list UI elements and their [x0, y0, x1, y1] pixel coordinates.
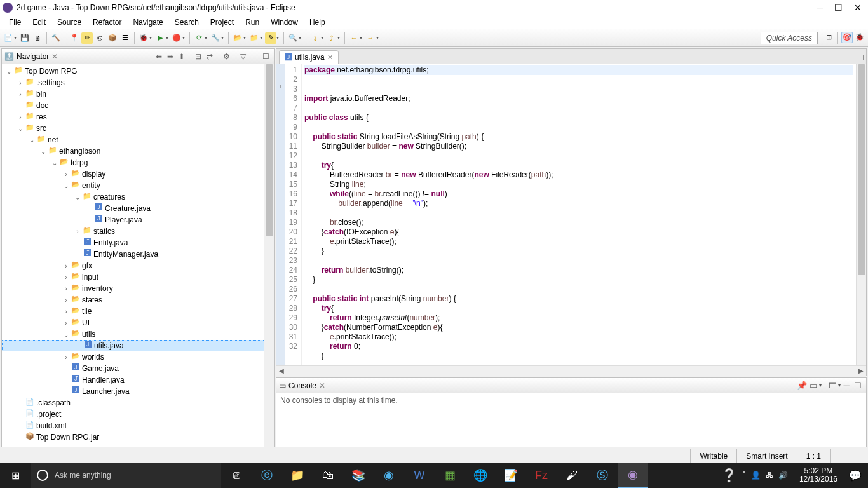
tree-item[interactable]: ›📂worlds: [2, 351, 274, 363]
menu-window[interactable]: Window: [266, 17, 303, 28]
collapse-all-button[interactable]: ⊟: [193, 51, 204, 62]
tree-item[interactable]: 🅹utils.java: [2, 340, 274, 351]
tray-help-icon[interactable]: ❔: [721, 468, 737, 483]
new-button[interactable]: 📄: [3, 32, 14, 44]
tree-item[interactable]: 📁doc: [2, 100, 274, 111]
taskbar-app-edge[interactable]: ⓔ: [252, 463, 282, 488]
tree-item[interactable]: ⌄📂tdrpg: [2, 157, 274, 168]
maximize-button[interactable]: ☐: [834, 3, 843, 13]
tree-item[interactable]: ⌄📁creatures: [2, 191, 274, 203]
new-class-button[interactable]: ✎: [265, 32, 276, 44]
taskbar-app-drive[interactable]: ◉: [374, 463, 404, 488]
editor-vscrollbar[interactable]: [856, 64, 866, 365]
outline-button[interactable]: ☰: [119, 32, 131, 44]
search-button[interactable]: 🔍: [287, 32, 299, 44]
edit-button[interactable]: ✏: [81, 32, 93, 44]
tree-item[interactable]: ⌄📁net: [2, 134, 274, 146]
debug-perspective-button[interactable]: 🐞: [854, 32, 865, 43]
build-button[interactable]: 🔨: [50, 32, 62, 44]
tree-item[interactable]: 🅹Launcher.java: [2, 386, 274, 397]
forward-button[interactable]: →: [365, 32, 376, 44]
next-annotation-button[interactable]: ⤵: [309, 32, 321, 44]
taskbar-app-notepadpp[interactable]: 📝: [496, 463, 526, 488]
tree-item[interactable]: 🅹EntityManager.java: [2, 248, 274, 260]
menu-source[interactable]: Source: [52, 17, 86, 28]
maximize-view-button[interactable]: ☐: [260, 51, 271, 62]
console-close-icon[interactable]: ✕: [319, 381, 325, 390]
editor-maximize-button[interactable]: ☐: [855, 52, 866, 64]
navigator-scrollbar[interactable]: [264, 64, 274, 447]
taskbar-app-word[interactable]: W: [404, 463, 435, 488]
taskbar-app-minecraft[interactable]: ▦: [435, 463, 465, 488]
menu-refactor[interactable]: Refactor: [88, 17, 126, 28]
tree-item[interactable]: ›📂input: [2, 271, 274, 283]
nav-forward-button[interactable]: ➡: [165, 51, 176, 62]
prev-annotation-button[interactable]: ⤴: [326, 32, 337, 44]
package-button[interactable]: 📦: [107, 32, 118, 44]
tree-item[interactable]: ›📂tile: [2, 306, 274, 317]
debug-button[interactable]: 🐞: [138, 32, 149, 44]
java-perspective-button[interactable]: 🎯: [841, 32, 853, 43]
tree-item[interactable]: ›📂gfx: [2, 260, 274, 271]
menu-help[interactable]: Help: [304, 17, 330, 28]
tab-close-icon[interactable]: ✕: [327, 53, 333, 62]
tray-network-icon[interactable]: 🖧: [766, 471, 773, 480]
editor-code[interactable]: package net.ethangibson.tdrpg.utils; imp…: [302, 64, 856, 365]
tree-item[interactable]: ›📁bin: [2, 88, 274, 100]
run-last-button[interactable]: ⟳: [193, 32, 205, 44]
tree-item[interactable]: ⌄📁Top Down RPG: [2, 65, 274, 77]
taskbar-app-eclipse[interactable]: ◉: [618, 463, 648, 488]
tray-volume-icon[interactable]: 🔊: [778, 471, 788, 480]
save-button[interactable]: 💾: [19, 32, 31, 44]
hscroll-right-icon[interactable]: ▶: [856, 367, 866, 374]
tray-up-icon[interactable]: ˄: [742, 471, 746, 480]
pin-console-button[interactable]: 📌: [796, 380, 808, 391]
taskbar-clock[interactable]: 5:02 PM 12/13/2016: [794, 467, 843, 484]
menu-edit[interactable]: Edit: [27, 17, 51, 28]
class-button[interactable]: ©: [94, 32, 105, 44]
task-view-button[interactable]: ⎚: [221, 463, 252, 488]
taskbar-app-winrar[interactable]: 📚: [343, 463, 374, 488]
taskbar-app-store[interactable]: 🛍: [313, 463, 343, 488]
taskbar-app-chrome[interactable]: 🌐: [465, 463, 496, 488]
minimize-view-button[interactable]: ─: [248, 51, 260, 62]
tree-item[interactable]: 📄build.xml: [2, 420, 274, 431]
tree-item[interactable]: ›📂states: [2, 294, 274, 306]
tree-item[interactable]: ⌄📂entity: [2, 180, 274, 191]
tree-item[interactable]: 📄.project: [2, 409, 274, 420]
taskbar-search[interactable]: Ask me anything: [31, 463, 221, 488]
tree-item[interactable]: ⌄📂utils: [2, 329, 274, 340]
new-package-button[interactable]: 📁: [248, 32, 260, 44]
link-editor-button[interactable]: ⇄: [204, 51, 215, 62]
tree-item[interactable]: ›📁.settings: [2, 77, 274, 88]
tray[interactable]: ❔ ˄ 👤 🖧 🔊: [715, 468, 794, 483]
open-perspective-button[interactable]: ⊞: [823, 32, 834, 43]
menu-run[interactable]: Run: [240, 17, 264, 28]
editor-ruler[interactable]: +--: [276, 64, 285, 365]
menu-project[interactable]: Project: [205, 17, 239, 28]
close-button[interactable]: ✕: [854, 3, 862, 13]
new-project-button[interactable]: 📂: [232, 32, 243, 44]
taskbar-app-gimp[interactable]: 🖌: [557, 463, 587, 488]
tree-item[interactable]: 📄.classpath: [2, 397, 274, 409]
editor-hscrollbar[interactable]: ◀ ▶: [276, 365, 866, 376]
start-button[interactable]: ⊞: [0, 463, 31, 488]
console-maximize-button[interactable]: ☐: [852, 380, 864, 391]
view-menu-button[interactable]: ▽: [237, 51, 248, 62]
navigator-close-icon[interactable]: ✕: [51, 52, 58, 61]
nav-up-button[interactable]: ⬆: [176, 51, 187, 62]
tree-item[interactable]: 🅹Handler.java: [2, 374, 274, 386]
tree-item[interactable]: ⌄📁src: [2, 123, 274, 134]
tree-item[interactable]: ›📂UI: [2, 317, 274, 329]
filter-button[interactable]: ⚙: [220, 51, 232, 62]
run-button[interactable]: ▶: [154, 32, 166, 44]
menu-file[interactable]: File: [4, 17, 26, 28]
open-console-button[interactable]: 🗔: [827, 380, 838, 391]
taskbar-app-filezilla[interactable]: Fz: [526, 463, 557, 488]
console-minimize-button[interactable]: ─: [841, 380, 852, 391]
toggle-breadcrumb-button[interactable]: 📍: [69, 32, 80, 44]
tree-item[interactable]: 🅹Entity.java: [2, 237, 274, 248]
tree-item[interactable]: 📦Top Down RPG.jar: [2, 431, 274, 443]
quick-access[interactable]: Quick Access: [761, 32, 818, 44]
display-console-button[interactable]: ▭: [808, 380, 819, 391]
